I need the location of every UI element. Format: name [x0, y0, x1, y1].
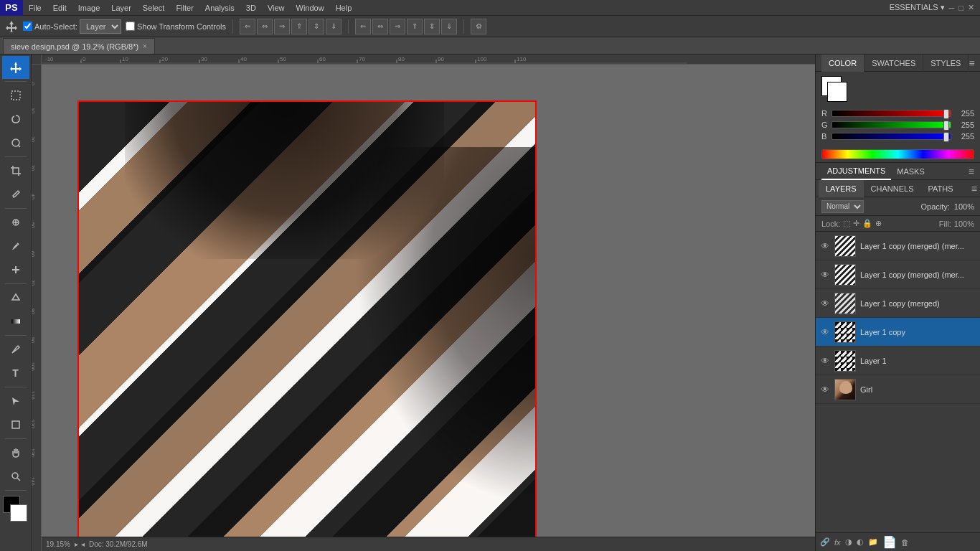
layer-item-copy[interactable]: 👁 Layer 1 copy	[816, 318, 980, 347]
lock-pixel-icon[interactable]: ⬚	[843, 219, 850, 228]
clone-tool[interactable]	[2, 258, 29, 281]
align-left-btn[interactable]: ⇐	[240, 19, 255, 34]
layer-eye-copy-merged-2[interactable]: 👁	[820, 241, 830, 251]
r-slider[interactable]	[831, 110, 951, 117]
color-panel-expand[interactable]: ≡	[969, 57, 974, 69]
layer-eye-girl[interactable]: 👁	[820, 385, 830, 395]
lock-all-icon[interactable]: ⊕	[875, 219, 882, 228]
status-icon-2[interactable]: ◂	[81, 540, 85, 548]
auto-select-check[interactable]	[23, 22, 32, 31]
menu-3d[interactable]: 3D	[240, 0, 262, 16]
new-adj-layer-btn[interactable]: ◐	[857, 537, 864, 547]
pen-tool[interactable]	[2, 338, 29, 361]
eyedropper-tool[interactable]	[2, 183, 29, 206]
styles-tab[interactable]: STYLES	[923, 55, 969, 72]
new-group-btn[interactable]: 📁	[868, 537, 878, 547]
channels-tab[interactable]: CHANNELS	[864, 180, 921, 197]
shape-tool[interactable]	[2, 413, 29, 436]
paths-tab[interactable]: PATHS	[921, 180, 961, 197]
dist-1[interactable]: ⇐	[355, 19, 371, 34]
add-style-btn[interactable]: fx	[834, 538, 841, 547]
new-layer-btn[interactable]: 📄	[882, 535, 897, 549]
canvas-area[interactable]: -10 0 10 20 30 40 50 60 70	[32, 55, 815, 551]
r-thumb[interactable]	[943, 109, 949, 119]
layers-expand[interactable]: ≡	[971, 183, 977, 194]
blend-mode-select[interactable]: Normal	[821, 200, 864, 213]
status-icon-1[interactable]: ▸	[75, 540, 78, 548]
crop-tool[interactable]	[2, 159, 29, 182]
link-layers-btn[interactable]: 🔗	[820, 537, 830, 547]
menu-select[interactable]: Select	[137, 0, 171, 16]
layers-tab[interactable]: LAYERS	[819, 180, 864, 197]
path-select-tool[interactable]	[2, 390, 29, 413]
extra-options-btn[interactable]: ⚙	[471, 19, 486, 34]
align-center-v-btn[interactable]: ⇕	[308, 19, 324, 34]
adjustments-tab[interactable]: ADJUSTMENTS	[821, 163, 891, 180]
lock-position-icon[interactable]: ✛	[853, 219, 859, 228]
tab-close-button[interactable]: ×	[143, 42, 147, 50]
color-swatches[interactable]	[3, 496, 29, 522]
add-mask-btn[interactable]: ◑	[845, 537, 852, 547]
align-top-btn[interactable]: ⇑	[291, 19, 307, 34]
align-bottom-btn[interactable]: ⇓	[326, 19, 341, 34]
document-tab[interactable]: sieve design.psd @ 19.2% (RGB/8*) ×	[3, 38, 155, 54]
dist-4[interactable]: ⇑	[407, 19, 423, 34]
dist-2[interactable]: ⇔	[372, 19, 388, 34]
layer-item-1[interactable]: 👁 Layer 1	[816, 347, 980, 375]
adj-expand[interactable]: ≡	[969, 166, 974, 177]
background-color[interactable]	[10, 504, 27, 522]
layer-eye-copy[interactable]: 👁	[820, 327, 830, 337]
menu-filter[interactable]: Filter	[170, 0, 199, 16]
show-transform-check[interactable]	[126, 22, 135, 31]
quick-select-tool[interactable]	[2, 131, 29, 154]
move-tool[interactable]	[2, 56, 29, 79]
layer-eye-1[interactable]: 👁	[820, 356, 830, 366]
layer-item-copy-merged-1[interactable]: 👁 Layer 1 copy (merged) (mer...	[816, 260, 980, 289]
dist-5[interactable]: ⇕	[424, 19, 440, 34]
fill-value[interactable]: 100%	[954, 220, 974, 228]
g-slider[interactable]	[831, 121, 951, 128]
spectrum-bar[interactable]	[821, 149, 974, 159]
lock-move-icon[interactable]: 🔒	[862, 219, 872, 228]
swatches-tab[interactable]: SWATCHES	[864, 55, 923, 72]
menu-image[interactable]: Image	[72, 0, 106, 16]
zoom-tool[interactable]	[2, 465, 29, 488]
brush-tool[interactable]	[2, 235, 29, 258]
spot-heal-tool[interactable]	[2, 211, 29, 234]
masks-tab[interactable]: MASKS	[891, 163, 930, 180]
auto-select-dropdown[interactable]: Layer	[80, 19, 121, 34]
layer-item-copy-merged-2[interactable]: 👁 Layer 1 copy (merged) (mer...	[816, 232, 980, 260]
opacity-value[interactable]: 100%	[954, 202, 974, 211]
dist-3[interactable]: ⇒	[390, 19, 405, 34]
background-swatch[interactable]	[827, 82, 847, 102]
close-button[interactable]: ✕	[968, 3, 974, 12]
b-slider[interactable]	[831, 133, 951, 140]
eraser-tool[interactable]	[2, 286, 29, 309]
type-tool[interactable]: T	[2, 362, 29, 385]
color-tab[interactable]: COLOR	[821, 55, 864, 72]
minimize-button[interactable]: ─	[949, 4, 955, 12]
maximize-button[interactable]: □	[958, 4, 963, 12]
menu-window[interactable]: Window	[291, 0, 330, 16]
dist-6[interactable]: ⇓	[441, 19, 457, 34]
layer-eye-copy-merged[interactable]: 👁	[820, 298, 830, 309]
auto-select-checkbox[interactable]: Auto-Select: Layer	[23, 19, 121, 34]
lasso-tool[interactable]	[2, 108, 29, 131]
menu-view[interactable]: View	[262, 0, 291, 16]
layer-item-girl[interactable]: 👁 Girl	[816, 375, 980, 404]
essentials-button[interactable]: ESSENTIALS ▾	[890, 3, 945, 12]
hand-tool[interactable]	[2, 441, 29, 464]
fg-bg-swatches[interactable]	[821, 76, 847, 102]
align-right-btn[interactable]: ⇒	[274, 19, 290, 34]
menu-edit[interactable]: Edit	[47, 0, 72, 16]
g-thumb[interactable]	[943, 121, 949, 131]
menu-layer[interactable]: Layer	[105, 0, 137, 16]
menu-file[interactable]: File	[23, 0, 47, 16]
show-transform-checkbox[interactable]: Show Transform Controls	[126, 22, 226, 31]
layer-eye-copy-merged-1[interactable]: 👁	[820, 270, 830, 280]
marquee-tool[interactable]	[2, 84, 29, 107]
b-thumb[interactable]	[943, 132, 949, 142]
align-center-h-btn[interactable]: ⇔	[257, 19, 273, 34]
menu-analysis[interactable]: Analysis	[199, 0, 240, 16]
layer-item-copy-merged[interactable]: 👁 Layer 1 copy (merged)	[816, 289, 980, 318]
